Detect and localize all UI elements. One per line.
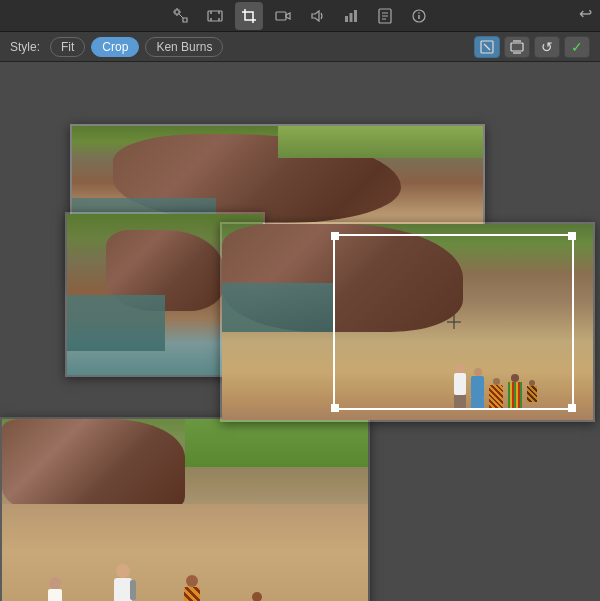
svg-rect-6 xyxy=(276,12,286,20)
frame-right-middle-inner xyxy=(222,224,593,420)
video-camera-icon[interactable] xyxy=(269,2,297,30)
svg-point-16 xyxy=(418,12,420,14)
audio-speaker-icon[interactable] xyxy=(303,2,331,30)
bar-chart-icon[interactable] xyxy=(337,2,365,30)
frame-bottom-inner xyxy=(2,419,368,601)
crop-handle-br[interactable] xyxy=(568,404,576,412)
svg-rect-7 xyxy=(345,16,348,22)
crop-handle-bl[interactable] xyxy=(331,404,339,412)
crop-button[interactable]: Crop xyxy=(91,37,139,57)
crop-tool-icon[interactable] xyxy=(235,2,263,30)
ken-burns-button[interactable]: Ken Burns xyxy=(145,37,223,57)
svg-line-0 xyxy=(179,14,183,18)
undo-button[interactable]: ↩ xyxy=(579,4,592,23)
svg-rect-3 xyxy=(218,11,220,14)
frame-bottom[interactable] xyxy=(0,417,370,601)
svg-rect-19 xyxy=(511,43,523,51)
svg-rect-8 xyxy=(350,13,353,22)
confirm-button[interactable]: ✓ xyxy=(564,36,590,58)
stylebar: Style: Fit Crop Ken Burns ↺ ✓ xyxy=(0,32,600,62)
text-doc-icon[interactable] xyxy=(371,2,399,30)
stylebar-right: ↺ ✓ xyxy=(474,36,590,58)
style-label: Style: xyxy=(10,40,40,54)
svg-line-18 xyxy=(484,44,490,50)
svg-rect-4 xyxy=(210,18,212,21)
rotate-left-button[interactable]: ↺ xyxy=(534,36,560,58)
svg-rect-2 xyxy=(210,11,212,14)
frame-right-middle[interactable] xyxy=(220,222,595,422)
fit-frame-button[interactable] xyxy=(474,36,500,58)
svg-rect-9 xyxy=(354,10,357,22)
film-icon[interactable] xyxy=(201,2,229,30)
crosshair-cursor xyxy=(447,315,461,329)
crop-handle-tr[interactable] xyxy=(568,232,576,240)
transform-icon[interactable] xyxy=(167,2,195,30)
fill-frame-button[interactable] xyxy=(504,36,530,58)
info-circle-icon[interactable] xyxy=(405,2,433,30)
crop-handle-tl[interactable] xyxy=(331,232,339,240)
svg-rect-5 xyxy=(218,18,220,21)
crop-box[interactable] xyxy=(333,234,574,410)
canvas-area xyxy=(0,62,600,601)
toolbar-icons xyxy=(167,2,433,30)
fit-button[interactable]: Fit xyxy=(50,37,85,57)
toolbar: ↩ xyxy=(0,0,600,32)
